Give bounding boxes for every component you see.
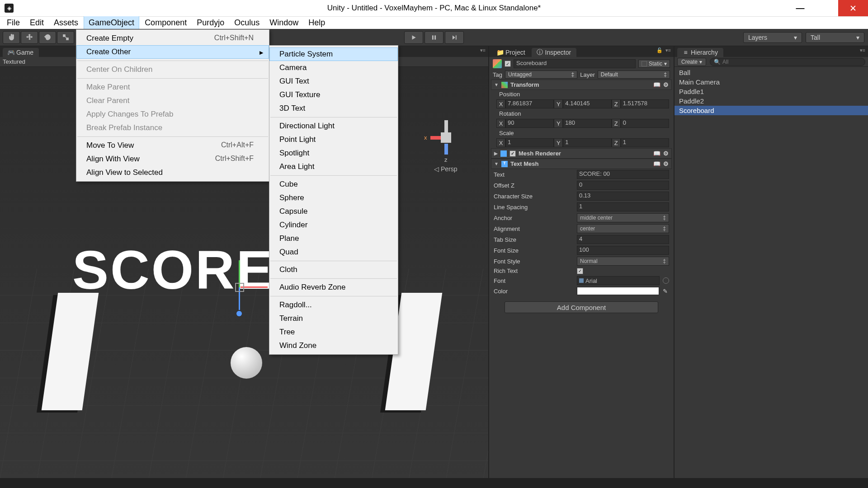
menu-help[interactable]: Help — [304, 16, 330, 29]
hierarchy-item-paddle2[interactable]: Paddle2 — [675, 96, 868, 106]
position-x-field[interactable]: 7.861837 — [505, 99, 554, 108]
text-field[interactable]: SCORE: 00 — [577, 170, 669, 179]
menu-item-cylinder[interactable]: Cylinder — [269, 218, 398, 232]
rotation-z-field[interactable]: 0 — [621, 119, 669, 128]
panel-menu-icon[interactable]: ▾≡ — [860, 47, 865, 53]
menu-assets[interactable]: Assets — [49, 16, 83, 29]
position-y-field[interactable]: 4.140145 — [563, 99, 611, 108]
transform-component-header[interactable]: ▼ Transform 📖⚙ — [491, 80, 672, 90]
step-button[interactable] — [445, 31, 464, 44]
scale-z-field[interactable]: 1 — [621, 138, 669, 147]
menu-item-audio-reverb-zone[interactable]: Audio Reverb Zone — [269, 281, 398, 294]
alignment-dropdown[interactable]: center‡ — [577, 224, 669, 233]
mesh-renderer-header[interactable]: ▶ ✓ Mesh Renderer 📖⚙ — [491, 148, 672, 159]
menu-item-quad[interactable]: Quad — [269, 245, 398, 259]
gear-icon[interactable]: ⚙ — [663, 81, 669, 88]
gear-icon[interactable]: ⚙ — [663, 150, 669, 157]
menu-item-particle-system[interactable]: Particle System — [269, 47, 398, 61]
hierarchy-item-ball[interactable]: Ball — [675, 68, 868, 77]
menu-item-cloth[interactable]: Cloth — [269, 263, 398, 277]
menu-item-camera[interactable]: Camera — [269, 61, 398, 75]
hierarchy-item-paddle1[interactable]: Paddle1 — [675, 87, 868, 96]
object-picker-icon[interactable] — [663, 277, 669, 284]
hierarchy-item-main-camera[interactable]: Main Camera — [675, 77, 868, 87]
charsize-field[interactable]: 0.13 — [577, 192, 669, 201]
menu-file[interactable]: File — [2, 16, 24, 29]
help-icon[interactable]: 📖 — [653, 150, 660, 157]
menu-window[interactable]: Window — [265, 16, 303, 29]
menu-item-create-other[interactable]: Create Other — [76, 45, 269, 59]
anchor-dropdown[interactable]: middle center‡ — [577, 213, 669, 222]
hierarchy-search-input[interactable]: 🔍All — [710, 58, 865, 66]
menu-item-directional-light[interactable]: Directional Light — [269, 119, 398, 133]
hierarchy-item-scoreboard[interactable]: Scoreboard — [675, 106, 868, 115]
menu-item-point-light[interactable]: Point Light — [269, 133, 398, 146]
menu-edit[interactable]: Edit — [25, 16, 48, 29]
minimize-button[interactable]: — — [788, 0, 813, 16]
text-mesh-header[interactable]: ▼ T Text Mesh 📖⚙ — [491, 159, 672, 169]
hand-tool-button[interactable] — [3, 31, 20, 44]
gear-icon[interactable]: ⚙ — [663, 160, 669, 167]
perspective-label[interactable]: ◁ Persp — [434, 165, 457, 173]
tabsize-field[interactable]: 4 — [577, 235, 669, 244]
richtext-checkbox[interactable]: ✓ — [577, 268, 583, 274]
shading-mode[interactable]: Textured — [3, 58, 25, 65]
menu-item-terrain[interactable]: Terrain — [269, 312, 398, 325]
tag-dropdown[interactable]: Untagged‡ — [505, 70, 577, 79]
tab-project[interactable]: 📁Project — [492, 48, 531, 57]
menu-item-gui-texture[interactable]: GUI Texture — [269, 88, 398, 102]
menu-item-cube[interactable]: Cube — [269, 178, 398, 191]
rotation-x-field[interactable]: 90 — [505, 119, 554, 128]
menu-purdyjo[interactable]: Purdyjo — [192, 16, 229, 29]
menu-component[interactable]: Component — [140, 16, 191, 29]
menu-item-create-empty[interactable]: Create EmptyCtrl+Shift+N — [76, 32, 269, 45]
static-dropdown[interactable]: Static ▾ — [638, 60, 670, 68]
panel-menu-icon[interactable]: ▾≡ — [665, 47, 671, 53]
move-tool-button[interactable] — [21, 31, 38, 44]
eyedropper-icon[interactable]: ✎ — [663, 288, 669, 294]
create-dropdown[interactable]: Create ▾ — [677, 58, 706, 66]
maximize-button[interactable] — [813, 0, 838, 16]
menu-oculus[interactable]: Oculus — [230, 16, 264, 29]
menu-item-capsule[interactable]: Capsule — [269, 205, 398, 218]
menu-item-align-with-view[interactable]: Align With ViewCtrl+Shift+F — [76, 152, 269, 166]
layer-dropdown[interactable]: Default‡ — [598, 70, 670, 79]
rotate-tool-button[interactable] — [39, 31, 56, 44]
layout-dropdown[interactable]: Tall▾ — [806, 32, 864, 43]
help-icon[interactable]: 📖 — [653, 160, 660, 167]
help-icon[interactable]: 📖 — [653, 81, 660, 88]
menu-item-wind-zone[interactable]: Wind Zone — [269, 339, 398, 352]
menu-item-move-to-view[interactable]: Move To ViewCtrl+Alt+F — [76, 139, 269, 152]
active-checkbox[interactable]: ✓ — [505, 61, 511, 67]
menu-item-tree[interactable]: Tree — [269, 325, 398, 339]
layers-dropdown[interactable]: Layers▾ — [743, 32, 802, 43]
tab-hierarchy[interactable]: ≡Hierarchy — [677, 48, 723, 57]
menu-gameobject[interactable]: GameObject — [84, 16, 139, 30]
menu-item-plane[interactable]: Plane — [269, 232, 398, 245]
menu-item-area-light[interactable]: Area Light — [269, 160, 398, 174]
menu-item-align-view-to-selected[interactable]: Align View to Selected — [76, 166, 269, 179]
offsetz-field[interactable]: 0 — [577, 181, 669, 190]
tab-game[interactable]: 🎮 Game — [3, 48, 39, 57]
fontsize-field[interactable]: 100 — [577, 246, 669, 255]
menu-item-3d-text[interactable]: 3D Text — [269, 102, 398, 115]
scale-tool-button[interactable] — [57, 31, 74, 44]
color-field[interactable] — [577, 287, 659, 295]
lock-icon[interactable]: 🔓 — [656, 47, 663, 53]
add-component-button[interactable]: Add Component — [505, 301, 658, 313]
close-button[interactable]: ✕ — [838, 0, 868, 16]
orientation-gizmo[interactable]: x z ◁ Persp — [420, 126, 470, 180]
play-button[interactable] — [404, 31, 423, 44]
menu-item-ragdoll-[interactable]: Ragdoll... — [269, 298, 398, 312]
scale-y-field[interactable]: 1 — [563, 138, 611, 147]
menu-item-spotlight[interactable]: Spotlight — [269, 146, 398, 160]
menu-item-sphere[interactable]: Sphere — [269, 191, 398, 205]
object-name-field[interactable]: Scoreboard — [514, 59, 636, 68]
rotation-y-field[interactable]: 180 — [563, 119, 611, 128]
pause-button[interactable] — [425, 31, 443, 44]
position-z-field[interactable]: 1.517578 — [621, 99, 669, 108]
linespacing-field[interactable]: 1 — [577, 202, 669, 211]
menu-item-gui-text[interactable]: GUI Text — [269, 75, 398, 88]
font-field[interactable]: Arial — [577, 276, 660, 285]
tab-inspector[interactable]: ⓘInspector — [532, 48, 577, 57]
